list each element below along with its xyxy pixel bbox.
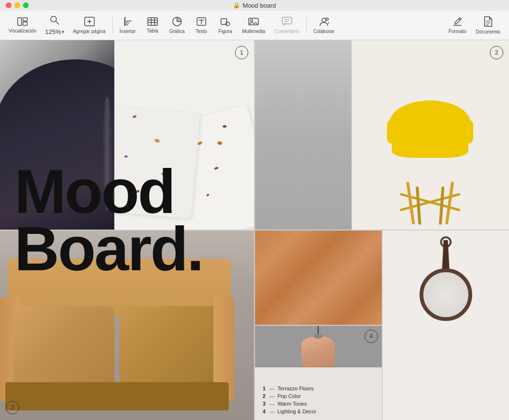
leg-front-left [406, 182, 415, 225]
legend-item-3: 3 — Warm Tones [263, 401, 374, 407]
texto-icon [197, 17, 206, 28]
window-title: 🔒 Mood board [233, 2, 276, 9]
section-4: 4 1 — Terrazzo Floors 2 — Pop Color 3 — [255, 231, 509, 420]
canvas: 1 2 [0, 40, 509, 420]
toolbar-zoom[interactable]: 125% ▾ [41, 13, 68, 37]
toolbar-texto[interactable]: Texto [189, 15, 213, 36]
zoom-icon [50, 15, 59, 26]
svg-point-32 [326, 18, 328, 20]
agregar-pagina-icon [84, 17, 95, 28]
page-badge-1: 1 [235, 46, 248, 59]
toolbar-grafica[interactable]: Gráfica [165, 15, 189, 36]
chair-photo [0, 40, 114, 230]
wood-photo [255, 231, 382, 325]
svg-point-25 [226, 22, 230, 26]
toolbar-comentario[interactable]: Comentario [270, 15, 304, 36]
section-2: 2 [255, 40, 509, 230]
chair-seat [392, 124, 468, 158]
maximize-button[interactable] [23, 2, 29, 8]
pendant-lamp [301, 336, 335, 367]
toolbar-insertar[interactable]: Insertar [115, 15, 141, 36]
traffic-lights [6, 2, 29, 8]
svg-point-27 [251, 19, 253, 22]
mirror-frame [420, 268, 472, 321]
yellow-chair [387, 100, 473, 225]
terrazzo-paper-2 [114, 107, 200, 219]
section-1: 1 [0, 40, 254, 230]
chair-highlight [102, 97, 112, 211]
mirror-photo [383, 231, 509, 420]
svg-rect-1 [23, 18, 27, 21]
toolbar-formato[interactable]: Formato [444, 15, 471, 36]
wood-grain-texture [255, 231, 382, 325]
svg-rect-13 [148, 18, 157, 25]
legend-area: 1 — Terrazzo Floors 2 — Pop Color 3 — Wa… [255, 367, 382, 420]
visualizacion-icon [17, 17, 28, 27]
toolbar-colaborar[interactable]: Colaborar [309, 15, 339, 36]
lamp-top-ring [313, 334, 323, 339]
legend-item-1: 1 — Terrazzo Floors [263, 386, 374, 391]
sofa-cushion-left [13, 306, 114, 391]
title-lock-icon: 🔒 [233, 2, 240, 9]
comentario-icon [282, 17, 292, 28]
insertar-icon [123, 17, 132, 28]
lamp-body [301, 336, 335, 367]
close-button[interactable] [6, 2, 11, 8]
legend-item-2: 2 — Pop Color [263, 393, 374, 399]
toolbar-documento[interactable]: Documento [471, 14, 505, 36]
svg-line-4 [56, 22, 59, 24]
formato-icon [453, 17, 462, 28]
yellow-chair-photo [352, 40, 509, 230]
toolbar-visualizacion[interactable]: Visualización [4, 15, 41, 35]
terrazzo-photo [114, 40, 254, 230]
page-badge-2: 2 [490, 46, 503, 59]
toolbar-tabla[interactable]: Tabla [141, 15, 165, 35]
toolbar-agregar-pagina[interactable]: Agregar página [68, 15, 110, 36]
toolbar-divider-1 [112, 17, 113, 34]
colaborar-icon [319, 17, 329, 28]
toolbar-multimedia[interactable]: Multimedia [237, 15, 270, 36]
sofa-cushion-right [120, 306, 221, 391]
toolbar: Visualización 125% ▾ Agregar página [0, 11, 509, 40]
pendant-photo: 4 [255, 326, 382, 367]
documento-icon [484, 16, 492, 28]
chair-shape [0, 59, 114, 230]
svg-rect-0 [18, 18, 22, 25]
concrete-texture [255, 40, 352, 230]
section-3: 3 [0, 231, 254, 420]
tabla-icon [147, 17, 158, 27]
page-badge-4: 4 [365, 330, 378, 343]
svg-rect-28 [282, 17, 292, 24]
concrete-photo [255, 40, 352, 230]
figura-icon [221, 17, 230, 28]
toolbar-divider-2 [306, 17, 307, 34]
leg-front-right [445, 182, 454, 225]
legend-item-4: 4 — Lighting & Decor [263, 409, 374, 414]
sofa-base [5, 382, 229, 410]
pendant-legend-container: 4 1 — Terrazzo Floors 2 — Pop Color 3 — [255, 326, 382, 420]
sofa-photo [0, 231, 254, 420]
zoom-chevron-icon: ▾ [62, 29, 64, 34]
svg-point-3 [51, 16, 56, 22]
title-bar: 🔒 Mood board [0, 0, 509, 11]
multimedia-icon [248, 17, 259, 28]
svg-point-31 [322, 18, 326, 22]
grafica-icon [172, 17, 182, 28]
minimize-button[interactable] [14, 2, 20, 8]
page-badge-3: 3 [6, 401, 19, 414]
svg-rect-2 [23, 22, 27, 25]
toolbar-figura[interactable]: Figura [213, 15, 237, 36]
svg-line-33 [459, 19, 460, 20]
